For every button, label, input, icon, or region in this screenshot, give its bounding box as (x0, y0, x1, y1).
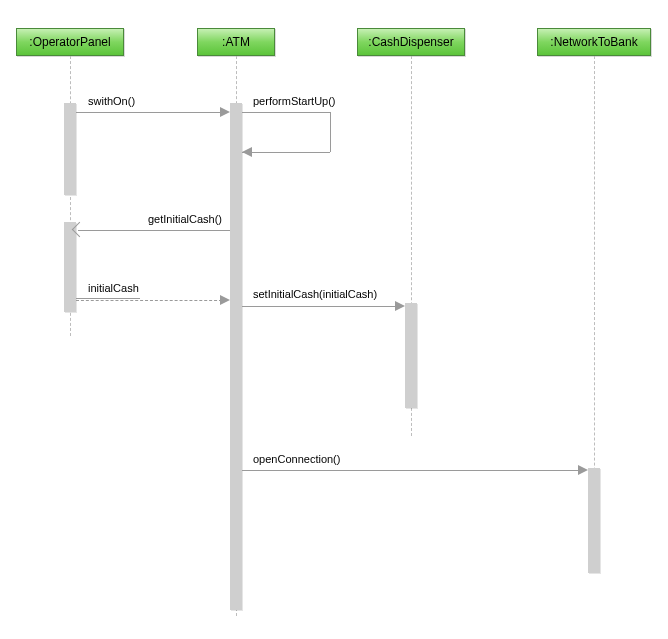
activation-network (588, 468, 600, 573)
msg-initialcash-arrow (220, 295, 230, 305)
activation-atm (230, 103, 242, 610)
msg-switchon-label: swithOn() (88, 95, 135, 107)
msg-performstartup-down (330, 112, 331, 152)
activation-operator-1 (64, 103, 76, 195)
msg-switchon-line (76, 112, 222, 113)
msg-getinitialcash-label: getInitialCash() (148, 213, 222, 225)
msg-setinitialcash-line (242, 306, 398, 307)
msg-performstartup-label: performStartUp() (253, 95, 336, 107)
lifeline-networktobank: :NetworkToBank (537, 28, 651, 56)
msg-performstartup-back (242, 152, 330, 153)
msg-initialcash-label: initialCash (88, 282, 139, 294)
msg-getinitialcash-line (78, 230, 230, 231)
activation-dispenser (405, 303, 417, 408)
msg-openconnection-arrow (578, 465, 588, 475)
msg-initialcash-underline (76, 298, 140, 299)
lifeline-atm: :ATM (197, 28, 275, 56)
msg-openconnection-label: openConnection() (253, 453, 340, 465)
msg-initialcash-line (76, 300, 222, 301)
msg-setinitialcash-label: setInitialCash(initialCash) (253, 288, 377, 300)
activation-operator-2 (64, 222, 76, 312)
msg-performstartup-out (242, 112, 330, 113)
msg-setinitialcash-arrow (395, 301, 405, 311)
sequence-diagram: :OperatorPanel :ATM :CashDispenser :Netw… (0, 0, 668, 639)
lifeline-operatorpanel: :OperatorPanel (16, 28, 124, 56)
msg-openconnection-line (242, 470, 580, 471)
lifeline-cashdispenser: :CashDispenser (357, 28, 465, 56)
msg-performstartup-arrow (242, 147, 252, 157)
msg-switchon-arrow (220, 107, 230, 117)
